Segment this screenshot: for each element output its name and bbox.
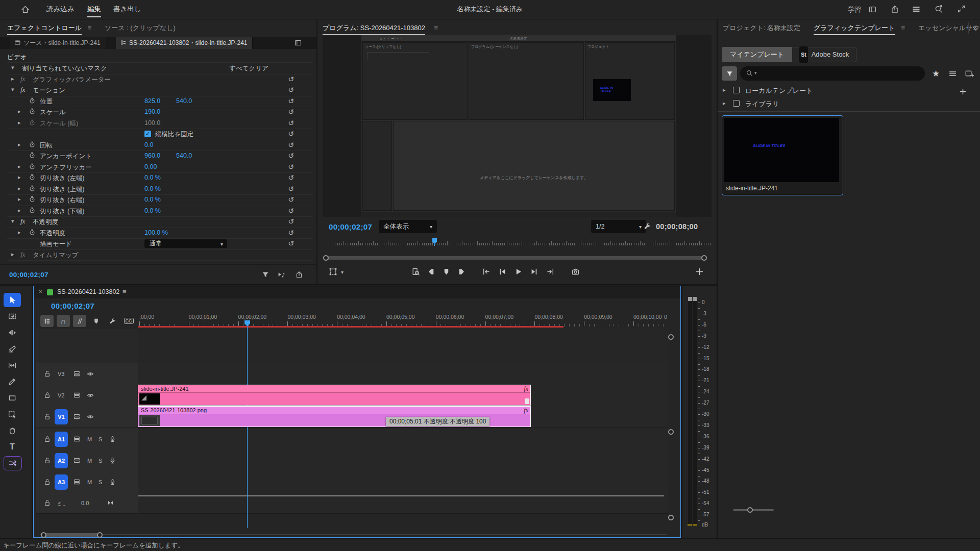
lock-icon[interactable] [43, 370, 51, 378]
fx-badge-icon[interactable]: fx [20, 75, 25, 83]
expand-icon[interactable]: ▸ [723, 87, 726, 93]
sync-lock-icon[interactable] [73, 391, 81, 399]
add-button-icon[interactable] [695, 267, 704, 276]
stopwatch-icon[interactable] [29, 108, 36, 116]
lock-icon[interactable] [43, 435, 51, 443]
reset-parameter-icon[interactable]: ↺ [288, 207, 294, 215]
sort-list-icon[interactable] [948, 69, 957, 78]
voiceover-mic-icon[interactable] [109, 435, 116, 443]
solo-button[interactable]: S [99, 458, 102, 464]
share-export-icon[interactable] [890, 5, 899, 14]
effect-controls-tab[interactable]: エフェクトコントロール ≡ ソース : (クリップなし) [7, 23, 176, 33]
captions-cc-button[interactable]: CC [122, 315, 135, 327]
selection-tool[interactable] [4, 293, 21, 307]
razor-tool[interactable] [4, 342, 21, 356]
timeline-horizontal-scrollbar[interactable] [37, 532, 670, 538]
property-value[interactable]: 190.0 [144, 108, 174, 115]
stopwatch-icon[interactable] [29, 152, 36, 160]
marquee-settings-icon[interactable] [329, 267, 337, 276]
expand-icon[interactable]: ▸ [11, 251, 14, 258]
keyframe-navigator-icon[interactable] [107, 499, 114, 507]
constrain-checkbox[interactable]: ✓ [144, 131, 151, 137]
reset-parameter-icon[interactable]: ↺ [288, 195, 294, 204]
step-forward-icon[interactable] [530, 267, 538, 276]
panel-overflow-icon[interactable]: » [973, 24, 977, 32]
fullscreen-icon[interactable] [957, 5, 966, 13]
reset-parameter-icon[interactable]: ↺ [288, 173, 294, 182]
track-lane[interactable] [138, 471, 668, 493]
split-view-icon[interactable] [294, 39, 302, 47]
property-value[interactable]: 0.0 % [144, 196, 174, 203]
template-card-selected[interactable]: SLIDE IN TITLES slide-in-title.JP-241 [722, 115, 843, 195]
property-value[interactable]: 960.0 [144, 152, 174, 159]
expand-icon[interactable]: ▸ [18, 108, 21, 115]
stopwatch-icon[interactable] [29, 97, 36, 106]
lock-icon[interactable] [43, 391, 51, 399]
play-icon[interactable] [514, 267, 523, 276]
timeline-timecode[interactable]: 00;00;02;07 [51, 302, 94, 310]
hand-tool[interactable] [4, 423, 21, 438]
add-template-icon[interactable] [959, 88, 967, 95]
rectangle-tool[interactable] [4, 391, 21, 405]
playback-resolution-select[interactable]: 1/2▾ [591, 220, 646, 233]
track-lane[interactable] [138, 363, 668, 385]
stopwatch-icon[interactable] [29, 185, 36, 193]
property-value[interactable]: 540.0 [176, 97, 206, 105]
export-keyframes-icon[interactable] [295, 270, 303, 279]
lock-icon[interactable] [43, 499, 51, 507]
mute-button[interactable]: M [87, 479, 92, 485]
fx-badge-icon[interactable]: fx [20, 86, 25, 94]
slip-tool[interactable] [4, 358, 21, 372]
property-value[interactable]: 100.0 [144, 119, 174, 127]
scrollbar-right-handle[interactable] [701, 255, 707, 261]
track-lane[interactable] [138, 493, 668, 514]
lock-icon[interactable] [43, 413, 51, 420]
video-scroll-handle-top[interactable] [668, 334, 674, 340]
mark-in-icon[interactable] [427, 267, 435, 276]
sync-lock-icon[interactable] [73, 435, 81, 443]
track-target-badge[interactable]: A2 [55, 453, 68, 468]
filter-properties-icon[interactable] [261, 270, 270, 279]
expand-icon[interactable]: ▸ [18, 163, 21, 170]
stopwatch-icon[interactable] [29, 207, 36, 215]
adobe-stock-toggle[interactable]: St Adobe Stock [792, 47, 856, 62]
type-tool[interactable]: T [4, 440, 21, 454]
mix-volume-line[interactable] [138, 495, 664, 496]
voiceover-mic-icon[interactable] [109, 457, 116, 464]
favorites-star-icon[interactable]: ★ [932, 68, 940, 79]
voiceover-mic-icon[interactable] [109, 478, 116, 486]
panel-menu-icon[interactable]: ≡ [901, 24, 905, 32]
track-name[interactable]: V3 [58, 371, 64, 377]
expand-icon[interactable]: ▸ [18, 174, 21, 181]
track-lane[interactable] [138, 450, 668, 472]
mark-out-icon[interactable] [457, 267, 466, 276]
go-to-in-icon[interactable] [482, 267, 491, 276]
program-mini-timeline[interactable] [324, 238, 712, 248]
property-value[interactable]: 825.0 [144, 97, 174, 105]
collapse-icon[interactable]: ▾ [11, 86, 14, 93]
add-marker-button[interactable] [89, 315, 103, 327]
reset-parameter-icon[interactable]: ↺ [288, 239, 294, 247]
pen-tool[interactable] [4, 374, 21, 389]
stopwatch-icon[interactable] [29, 173, 36, 182]
expand-icon[interactable]: ▸ [18, 141, 21, 148]
expand-icon[interactable]: ▸ [18, 229, 21, 236]
property-value[interactable]: 0.0 [144, 141, 174, 148]
settings-chevron-icon[interactable]: ▾ [341, 269, 344, 275]
group-checkbox[interactable] [733, 100, 740, 107]
thumbnail-size-slider[interactable] [733, 509, 774, 511]
panel-menu-icon[interactable]: ≡ [434, 24, 438, 32]
sync-lock-icon[interactable] [73, 478, 81, 486]
template-group-row[interactable]: ▸ローカルテンプレート [722, 85, 967, 97]
toggle-visibility-eye-icon[interactable] [86, 413, 94, 421]
export-frame-icon[interactable] [571, 267, 580, 276]
go-to-out-icon[interactable] [546, 267, 555, 276]
property-value[interactable]: 540.0 [176, 152, 206, 159]
ripple-edit-tool[interactable] [4, 325, 21, 340]
reset-parameter-icon[interactable]: ↺ [288, 130, 294, 138]
track-target-badge[interactable]: V1 [55, 409, 68, 424]
track-target-badge[interactable]: A1 [55, 432, 68, 447]
zoom-level-select[interactable]: 全体表示▾ [379, 220, 437, 233]
object-selection-tool[interactable] [4, 407, 21, 421]
slider-knob[interactable] [747, 507, 753, 513]
